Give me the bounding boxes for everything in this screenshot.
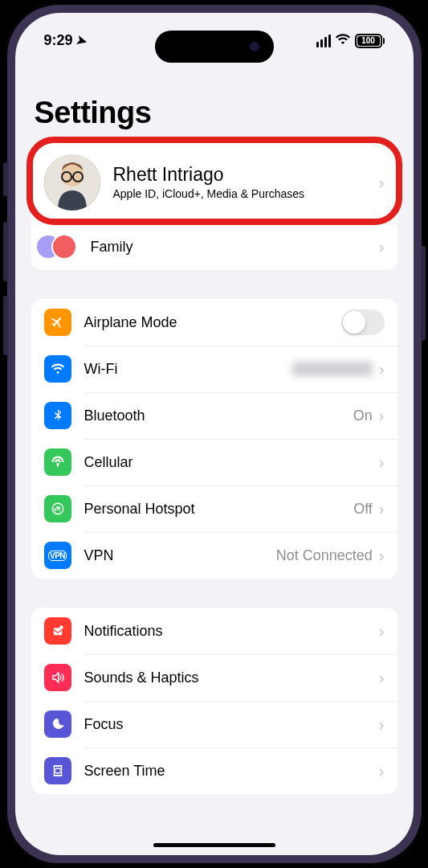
chevron-right-icon: › <box>379 715 385 734</box>
focus-row[interactable]: Focus › <box>31 701 397 747</box>
airplane-mode-label: Airplane Mode <box>84 314 341 331</box>
sounds-row[interactable]: Sounds & Haptics › <box>31 654 397 701</box>
hotspot-icon <box>44 495 71 522</box>
system-group: Notifications › Sounds & Haptics › Focus… <box>31 608 397 794</box>
cellular-label: Cellular <box>84 454 379 471</box>
profile-name: Rhett Intriago <box>113 164 379 186</box>
hotspot-value: Off <box>353 501 373 518</box>
bluetooth-value: On <box>353 407 373 424</box>
sounds-label: Sounds & Haptics <box>84 669 379 686</box>
status-right: 100 <box>316 34 385 48</box>
hotspot-row[interactable]: Personal Hotspot Off › <box>31 485 397 532</box>
family-avatars-icon <box>43 233 70 260</box>
chevron-right-icon: › <box>379 360 385 379</box>
silent-switch <box>3 162 8 196</box>
cellular-signal-icon <box>316 35 331 47</box>
chevron-right-icon: › <box>379 762 385 780</box>
status-time: 9:29 <box>44 32 73 49</box>
profile-section: Rhett Intriago Apple ID, iCloud+, Media … <box>31 141 397 270</box>
wifi-network-name-redacted <box>292 362 373 376</box>
svg-rect-6 <box>53 628 62 635</box>
chevron-right-icon: › <box>379 453 385 472</box>
vpn-icon: VPN <box>44 542 71 569</box>
bluetooth-row[interactable]: Bluetooth On › <box>31 392 397 439</box>
content-scroll[interactable]: Settings <box>15 49 414 794</box>
notifications-label: Notifications <box>84 623 379 640</box>
vpn-label: VPN <box>84 547 276 564</box>
screen-time-label: Screen Time <box>84 763 379 780</box>
chevron-right-icon: › <box>379 669 385 687</box>
focus-icon <box>44 710 71 738</box>
profile-subtitle: Apple ID, iCloud+, Media & Purchases <box>113 187 379 202</box>
status-left: 9:29 ➤ <box>44 32 87 49</box>
screen-time-icon <box>44 757 71 784</box>
chevron-right-icon: › <box>379 622 385 641</box>
family-row[interactable]: Family › <box>31 223 397 270</box>
bluetooth-icon <box>44 402 71 429</box>
airplane-mode-toggle[interactable] <box>341 309 385 335</box>
chevron-right-icon: › <box>379 547 385 565</box>
phone-frame: 9:29 ➤ 100 Settings <box>6 3 423 865</box>
location-arrow-icon: ➤ <box>74 32 88 50</box>
focus-label: Focus <box>84 716 379 733</box>
side-button <box>421 246 426 341</box>
sounds-icon <box>44 664 71 691</box>
wifi-row-icon <box>44 355 71 383</box>
chevron-right-icon: › <box>379 238 385 256</box>
cellular-icon <box>44 448 71 476</box>
volume-down-button <box>3 296 8 355</box>
screen-time-row[interactable]: Screen Time › <box>31 747 397 794</box>
dynamic-island <box>155 31 274 63</box>
chevron-right-icon: › <box>379 407 385 425</box>
notifications-icon <box>44 617 71 645</box>
profile-avatar <box>44 154 100 211</box>
hotspot-label: Personal Hotspot <box>84 501 354 518</box>
battery-icon: 100 <box>355 34 385 48</box>
vpn-row[interactable]: VPN VPN Not Connected › <box>31 532 397 579</box>
page-title: Settings <box>31 96 397 130</box>
notifications-row[interactable]: Notifications › <box>31 608 397 654</box>
profile-group: Rhett Intriago Apple ID, iCloud+, Media … <box>31 141 397 270</box>
cellular-row[interactable]: Cellular › <box>31 439 397 485</box>
vpn-value: Not Connected <box>276 547 373 564</box>
family-label: Family <box>91 239 379 256</box>
airplane-mode-row[interactable]: Airplane Mode <box>31 299 397 346</box>
airplane-icon <box>44 309 71 336</box>
screen: 9:29 ➤ 100 Settings <box>15 13 414 855</box>
svg-rect-8 <box>53 765 62 767</box>
wifi-icon <box>336 34 350 48</box>
wifi-row[interactable]: Wi-Fi › <box>31 346 397 392</box>
chevron-right-icon: › <box>379 174 385 192</box>
network-group: Airplane Mode Wi-Fi › Bluetooth <box>31 299 397 579</box>
home-indicator[interactable] <box>153 843 275 847</box>
battery-percentage: 100 <box>361 36 375 45</box>
svg-point-7 <box>59 625 63 629</box>
svg-rect-9 <box>53 775 62 776</box>
wifi-label: Wi-Fi <box>84 361 292 378</box>
chevron-right-icon: › <box>379 500 385 518</box>
apple-id-row[interactable]: Rhett Intriago Apple ID, iCloud+, Media … <box>31 141 397 223</box>
bluetooth-label: Bluetooth <box>84 407 353 424</box>
volume-up-button <box>3 222 8 281</box>
